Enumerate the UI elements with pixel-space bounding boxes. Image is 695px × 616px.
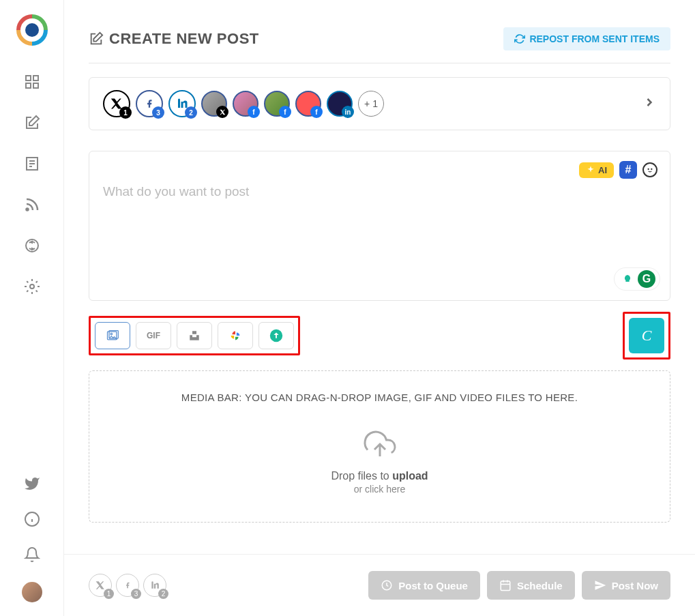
main-area: CREATE NEW POST REPOST FROM SENT ITEMS 1…	[64, 0, 695, 616]
svg-rect-1	[26, 76, 31, 80]
fb-badge-icon: f	[310, 106, 323, 118]
account-linkedin[interactable]: 2	[168, 90, 196, 117]
account-li-count: 2	[185, 106, 197, 119]
svg-point-0	[25, 23, 39, 37]
svg-rect-22	[501, 581, 510, 591]
post-to-queue-button[interactable]: Post to Queue	[368, 571, 480, 600]
emoji-button[interactable]	[642, 162, 657, 177]
lightbulb-icon[interactable]	[619, 270, 636, 288]
accounts-selector[interactable]: 1 3 2 f f f in + 1	[89, 77, 670, 130]
account-profile-3[interactable]: f	[264, 91, 290, 117]
media-buttons-highlight: GIF	[89, 316, 300, 355]
google-photos-button[interactable]	[218, 322, 253, 349]
svg-point-11	[30, 284, 34, 289]
cloud-upload-icon	[358, 428, 402, 460]
drop-text: Drop files to upload	[103, 470, 656, 482]
header-divider	[89, 63, 670, 63]
media-bar-text: MEDIA BAR: YOU CAN DRAG-N-DROP IMAGE, GI…	[103, 392, 656, 403]
footer: 1 3 2 Post to Queue Schedule Post Now	[64, 554, 695, 616]
grammarly-icon[interactable]: G	[638, 270, 655, 288]
dashboard-icon[interactable]	[24, 74, 40, 90]
chevron-right-icon[interactable]	[642, 96, 656, 112]
account-profile-1[interactable]	[201, 91, 227, 117]
facebook-icon	[124, 580, 131, 591]
svg-point-15	[648, 168, 649, 169]
sparkle-icon	[586, 165, 595, 175]
post-now-button[interactable]: Post Now	[582, 571, 670, 600]
image-icon	[104, 329, 121, 342]
svg-point-19	[110, 333, 113, 335]
svg-rect-4	[33, 83, 38, 88]
repost-button[interactable]: REPOST FROM SENT ITEMS	[503, 27, 670, 50]
footer-fb-account[interactable]: 3	[116, 574, 139, 597]
footer-x-account[interactable]: 1	[89, 574, 112, 597]
account-profile-4[interactable]: f	[295, 91, 321, 117]
footer-x-count: 1	[104, 589, 114, 599]
sidebar	[0, 0, 64, 616]
send-icon	[594, 579, 606, 591]
settings-icon[interactable]	[24, 278, 40, 295]
canva-button[interactable]: C	[629, 318, 664, 353]
footer-li-count: 2	[158, 589, 168, 599]
fb-badge-icon: f	[248, 106, 260, 118]
nav-icons	[24, 74, 40, 295]
app-logo[interactable]	[16, 14, 48, 46]
composer-extensions: G	[614, 267, 660, 291]
svg-point-9	[26, 209, 28, 211]
queue-label: Post to Queue	[398, 580, 468, 591]
post-composer[interactable]: AI # What do you want to post G	[89, 151, 670, 301]
info-icon[interactable]	[24, 511, 40, 527]
account-profile-2[interactable]: f	[233, 91, 258, 117]
bell-icon[interactable]	[24, 546, 40, 563]
edit-icon	[89, 31, 104, 46]
accounts-more[interactable]: + 1	[358, 91, 384, 117]
schedule-label: Schedule	[517, 580, 563, 591]
media-dropzone[interactable]: MEDIA BAR: YOU CAN DRAG-N-DROP IMAGE, GI…	[89, 370, 670, 523]
svg-rect-3	[26, 83, 31, 88]
now-label: Post Now	[612, 580, 658, 591]
account-fb-count: 3	[152, 106, 164, 119]
drop-prefix: Drop files to	[331, 470, 392, 482]
rss-icon[interactable]	[24, 196, 40, 213]
google-photos-icon	[228, 328, 243, 343]
refresh-icon	[514, 33, 525, 44]
drop-sub: or click here	[103, 484, 656, 495]
image-button[interactable]	[95, 322, 130, 349]
composer-tools: AI #	[579, 161, 657, 179]
footer-li-account[interactable]: 2	[143, 574, 166, 597]
footer-buttons: Post to Queue Schedule Post Now	[368, 571, 670, 600]
upload-cloud-button[interactable]	[258, 322, 294, 349]
gif-label: GIF	[147, 331, 160, 340]
page-title: CREATE NEW POST	[89, 30, 259, 48]
canva-highlight: C	[623, 312, 670, 360]
x-icon	[95, 581, 105, 590]
footer-fb-count: 3	[131, 589, 141, 599]
queue-icon	[381, 579, 393, 591]
unsplash-button[interactable]	[177, 322, 212, 349]
svg-rect-2	[33, 76, 38, 80]
compose-icon[interactable]	[24, 115, 40, 131]
account-x-count: 1	[119, 106, 132, 119]
twitter-icon[interactable]	[24, 475, 40, 492]
sidebar-bottom	[22, 475, 42, 602]
repost-label: REPOST FROM SENT ITEMS	[529, 33, 660, 44]
li-badge-icon: in	[342, 106, 354, 118]
account-x[interactable]: 1	[103, 90, 130, 117]
account-profile-5[interactable]: in	[327, 91, 353, 117]
upload-badge-icon	[269, 328, 284, 343]
ai-button[interactable]: AI	[579, 162, 614, 178]
gif-button[interactable]: GIF	[136, 322, 171, 349]
recycle-icon[interactable]	[24, 237, 40, 254]
page-title-text: CREATE NEW POST	[109, 30, 259, 48]
user-avatar[interactable]	[22, 582, 42, 602]
calendar-icon	[499, 579, 512, 591]
drop-strong: upload	[392, 470, 428, 482]
fb-badge-icon: f	[279, 106, 291, 118]
account-facebook[interactable]: 3	[136, 90, 163, 117]
x-badge-icon	[216, 106, 228, 118]
linkedin-icon	[150, 581, 160, 590]
schedule-button[interactable]: Schedule	[487, 571, 575, 600]
hashtag-button[interactable]: #	[619, 161, 637, 179]
media-toolbar: GIF C	[89, 312, 670, 360]
document-icon[interactable]	[24, 156, 40, 172]
